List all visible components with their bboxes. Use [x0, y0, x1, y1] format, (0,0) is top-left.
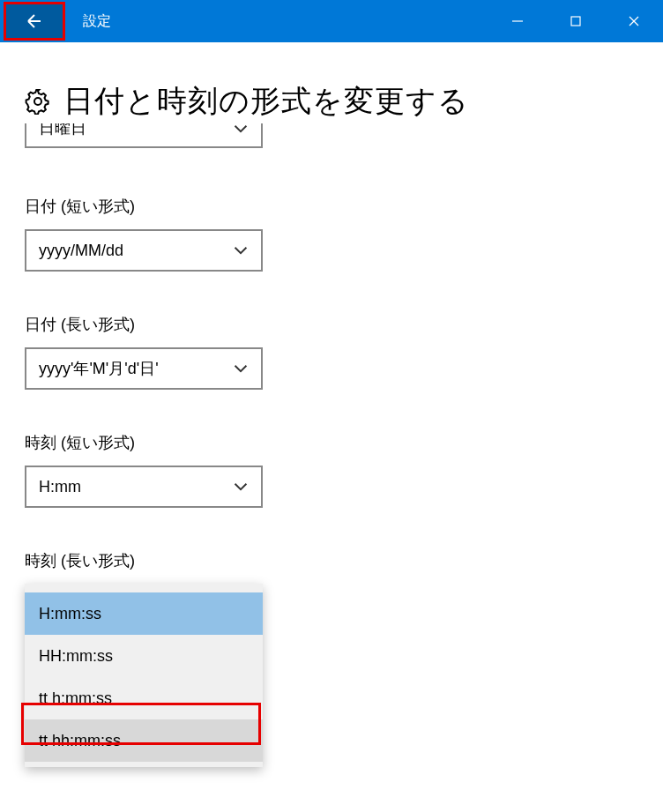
long-date-label: 日付 (長い形式): [25, 314, 638, 335]
close-button[interactable]: [605, 0, 663, 42]
first-day-value: 日曜日: [39, 123, 233, 138]
content-area: 日付と時刻の形式を変更する 日曜日 日付 (短い形式) yyyy/MM/dd 日…: [0, 81, 663, 767]
short-date-value: yyyy/MM/dd: [39, 242, 233, 260]
short-time-group: 時刻 (短い形式) H:mm: [25, 432, 638, 508]
long-time-option-4[interactable]: tt hh:mm:ss: [25, 719, 263, 762]
maximize-icon: [570, 15, 582, 27]
first-day-combo[interactable]: 日曜日: [25, 123, 263, 148]
minimize-button[interactable]: [488, 0, 547, 42]
page-header: 日付と時刻の形式を変更する: [25, 81, 638, 122]
page-title: 日付と時刻の形式を変更する: [63, 81, 469, 122]
long-date-value: yyyy'年'M'月'd'日': [39, 358, 233, 379]
long-time-group: 時刻 (長い形式) H:mm:ss HH:mm:ss tt h:mm:ss tt…: [25, 550, 638, 767]
svg-point-4: [34, 98, 41, 105]
long-time-option-3[interactable]: tt h:mm:ss: [25, 677, 263, 719]
short-date-combo[interactable]: yyyy/MM/dd: [25, 229, 263, 272]
short-date-label: 日付 (短い形式): [25, 196, 638, 217]
first-day-group: 日曜日: [25, 123, 638, 148]
chevron-down-icon: [233, 479, 249, 495]
long-time-option-2[interactable]: HH:mm:ss: [25, 635, 263, 677]
close-icon: [628, 15, 640, 27]
long-time-dropdown-list: H:mm:ss HH:mm:ss tt h:mm:ss tt hh:mm:ss: [25, 584, 263, 767]
minimize-icon: [511, 15, 524, 27]
short-date-group: 日付 (短い形式) yyyy/MM/dd: [25, 196, 638, 272]
long-time-option-1[interactable]: H:mm:ss: [25, 592, 263, 635]
short-time-combo[interactable]: H:mm: [25, 466, 263, 508]
short-time-label: 時刻 (短い形式): [25, 432, 638, 453]
arrow-left-icon: [24, 11, 45, 32]
back-button[interactable]: [4, 2, 65, 41]
long-date-combo[interactable]: yyyy'年'M'月'd'日': [25, 347, 263, 390]
titlebar: 設定: [0, 0, 663, 42]
window-controls: [488, 0, 663, 42]
long-date-group: 日付 (長い形式) yyyy'年'M'月'd'日': [25, 314, 638, 390]
short-time-value: H:mm: [39, 478, 233, 496]
chevron-down-icon: [233, 361, 249, 376]
window-title: 設定: [83, 12, 111, 31]
gear-icon: [25, 88, 51, 115]
maximize-button[interactable]: [547, 0, 605, 42]
chevron-down-icon: [233, 123, 249, 137]
chevron-down-icon: [233, 242, 249, 258]
svg-rect-1: [571, 17, 580, 26]
long-time-label: 時刻 (長い形式): [25, 550, 638, 571]
